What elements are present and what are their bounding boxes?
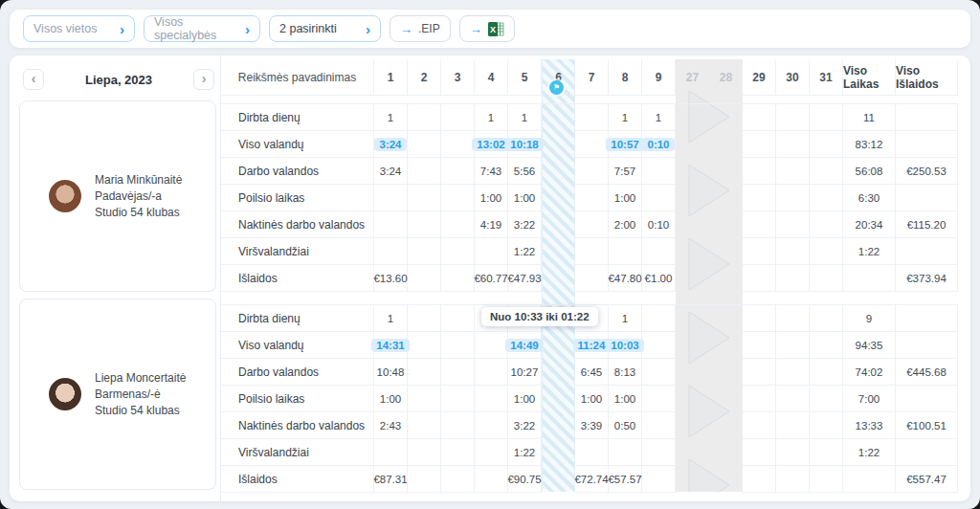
table-cell-day-5[interactable]: €90.75 (508, 466, 542, 493)
employee-card[interactable]: Maria Minkūnaitė Padavėjas/-a Studio 54 … (19, 100, 216, 292)
table-cell-day-7[interactable] (575, 131, 609, 158)
table-cell-day-30[interactable] (776, 131, 810, 158)
table-cell-day-5[interactable]: 14:49 (508, 332, 542, 359)
table-cell-day-7[interactable]: 11:24 (575, 332, 609, 359)
table-cell-day-4[interactable]: 7:43 (475, 158, 508, 185)
table-cell-day-31[interactable] (810, 305, 843, 332)
table-cell-day-29[interactable] (743, 386, 776, 412)
table-cell-day-8[interactable]: 0:50 (609, 412, 642, 439)
table-cell-day-7[interactable]: €72.74 (575, 466, 609, 493)
filter-chip-0[interactable]: Visos vietos› (23, 15, 135, 42)
table-cell-day-3[interactable] (441, 386, 475, 412)
table-cell-day-29[interactable] (743, 466, 776, 493)
table-cell-day-30[interactable] (776, 412, 810, 439)
table-cell-day-7[interactable] (575, 211, 609, 238)
table-cell-day-8[interactable]: €57.57 (609, 466, 642, 493)
table-cell-day-9[interactable] (642, 466, 676, 493)
next-month-button[interactable]: › (193, 69, 214, 90)
table-cell-day-6[interactable] (542, 412, 575, 439)
table-cell-day-6[interactable] (542, 158, 575, 185)
table-cell-day-6[interactable] (542, 211, 575, 238)
table-cell-day-30[interactable] (776, 104, 810, 131)
table-cell-day-9[interactable] (642, 439, 676, 466)
table-cell-day-2[interactable] (408, 386, 441, 412)
table-cell-day-4[interactable] (475, 238, 508, 265)
table-cell-day-29[interactable] (743, 359, 776, 386)
table-cell-day-2[interactable] (408, 305, 441, 332)
table-cell-day-8[interactable] (609, 439, 642, 466)
table-cell-day-8[interactable]: 1 (609, 104, 642, 131)
table-cell-day-3[interactable] (441, 439, 475, 466)
table-cell-day-4[interactable] (475, 359, 508, 386)
table-cell-day-8[interactable]: 10:03 (609, 332, 642, 359)
table-cell-day-1[interactable]: 14:31 (374, 332, 408, 359)
table-cell-day-30[interactable] (776, 265, 810, 292)
table-cell-day-2[interactable] (408, 185, 441, 211)
table-cell-day-7[interactable] (575, 104, 609, 131)
table-cell-day-9[interactable] (642, 386, 676, 412)
table-cell-day-31[interactable] (810, 386, 843, 412)
table-cell-day-30[interactable] (776, 359, 810, 386)
table-cell-day-1[interactable]: 1 (374, 104, 408, 131)
table-cell-day-1[interactable]: €13.60 (374, 265, 408, 292)
table-cell-day-3[interactable] (441, 359, 475, 386)
table-cell-day-7[interactable] (575, 265, 609, 292)
table-cell-day-1[interactable] (374, 211, 408, 238)
table-cell-day-6[interactable] (542, 466, 575, 493)
table-cell-day-7[interactable]: 6:45 (575, 359, 609, 386)
table-cell-day-1[interactable]: 3:24 (374, 131, 408, 158)
table-cell-day-3[interactable] (441, 131, 475, 158)
table-cell-day-3[interactable] (441, 158, 475, 185)
table-cell-day-5[interactable]: 3:22 (508, 211, 542, 238)
export-eip-button[interactable]: → .EIP (390, 15, 451, 42)
table-cell-day-6[interactable] (542, 131, 575, 158)
table-cell-day-1[interactable]: 10:48 (374, 359, 408, 386)
table-cell-day-9[interactable] (642, 305, 676, 332)
table-cell-day-8[interactable] (609, 238, 642, 265)
table-cell-day-30[interactable] (776, 185, 810, 211)
table-cell-day-5[interactable]: €47.93 (508, 265, 542, 292)
table-cell-day-31[interactable] (810, 185, 843, 211)
table-cell-day-2[interactable] (408, 359, 441, 386)
table-cell-day-3[interactable] (441, 305, 475, 332)
table-cell-day-7[interactable] (575, 238, 609, 265)
table-cell-day-29[interactable] (743, 238, 776, 265)
table-cell-day-3[interactable] (441, 238, 475, 265)
prev-month-button[interactable]: ‹ (23, 69, 44, 90)
table-cell-day-5[interactable]: 1 (508, 104, 542, 131)
filter-chip-1[interactable]: Visos specialybės› (144, 15, 260, 42)
table-cell-day-5[interactable]: 1:00 (508, 185, 542, 211)
table-cell-day-29[interactable] (743, 185, 776, 211)
table-cell-day-3[interactable] (441, 265, 475, 292)
table-cell-day-2[interactable] (408, 332, 441, 359)
table-cell-day-1[interactable] (374, 439, 408, 466)
table-cell-day-5[interactable]: 10:18 (508, 131, 542, 158)
table-cell-day-4[interactable]: 1 (475, 104, 508, 131)
table-cell-day-2[interactable] (408, 131, 441, 158)
table-cell-day-30[interactable] (776, 211, 810, 238)
table-cell-day-4[interactable]: €60.77 (475, 265, 508, 292)
table-cell-day-4[interactable]: 1:00 (475, 185, 508, 211)
table-cell-day-9[interactable]: 0:10 (642, 211, 676, 238)
table-cell-day-30[interactable] (776, 386, 810, 412)
table-cell-day-8[interactable]: 2:00 (609, 211, 642, 238)
table-cell-day-9[interactable] (642, 412, 676, 439)
table-cell-day-9[interactable] (642, 332, 676, 359)
table-cell-day-8[interactable]: 8:13 (609, 359, 642, 386)
export-excel-button[interactable]: → X (459, 15, 515, 42)
table-cell-day-4[interactable] (475, 439, 508, 466)
table-cell-day-3[interactable] (441, 332, 475, 359)
table-cell-day-7[interactable] (575, 185, 609, 211)
table-cell-day-5[interactable]: 1:00 (508, 386, 542, 412)
table-cell-day-1[interactable]: 2:43 (374, 412, 408, 439)
table-cell-day-3[interactable] (441, 211, 475, 238)
table-cell-day-2[interactable] (408, 104, 441, 131)
table-cell-day-29[interactable] (743, 211, 776, 238)
table-cell-day-6[interactable] (542, 185, 575, 211)
table-cell-day-1[interactable] (374, 238, 408, 265)
table-cell-day-4[interactable]: 13:02 (475, 131, 508, 158)
table-cell-day-6[interactable] (542, 265, 575, 292)
table-cell-day-30[interactable] (776, 466, 810, 493)
table-cell-day-6[interactable] (542, 104, 575, 131)
table-cell-day-6[interactable] (542, 386, 575, 412)
